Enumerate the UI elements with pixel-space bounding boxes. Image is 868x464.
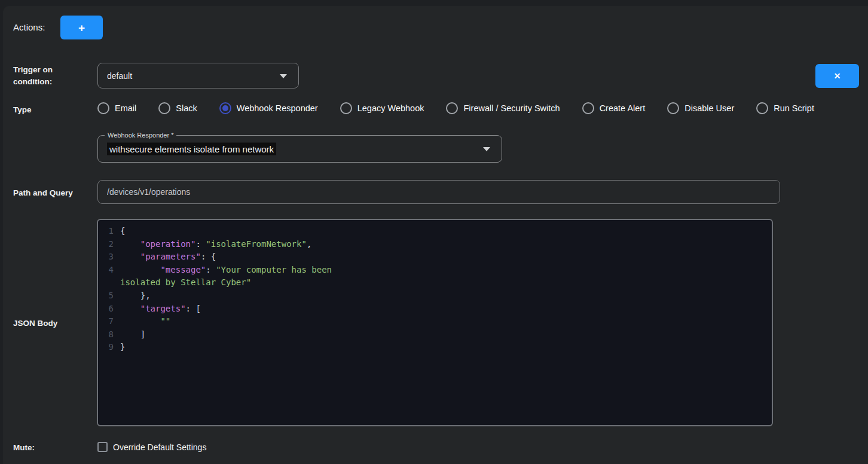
code-line: 7 "" xyxy=(105,315,766,328)
override-default-settings-option[interactable]: Override Default Settings xyxy=(97,442,206,452)
type-radio-group: EmailSlackWebhook ResponderLegacy Webhoo… xyxy=(97,102,814,114)
radio-option-slack[interactable]: Slack xyxy=(158,102,197,114)
radio-option-label: Run Script xyxy=(774,103,814,113)
plus-icon: + xyxy=(78,22,85,33)
line-number: 7 xyxy=(105,315,114,328)
mute-label: Mute: xyxy=(13,442,35,454)
webhook-responder-select[interactable]: Webhook Responder * withsecure elements … xyxy=(97,135,502,163)
code-line: 4 "message": "Your computer has been xyxy=(105,264,766,277)
radio-button-icon xyxy=(340,102,352,114)
json-body-label: JSON Body xyxy=(13,318,57,329)
code-line: 8 ] xyxy=(105,328,766,341)
type-label: Type xyxy=(13,104,32,116)
radio-option-run-script[interactable]: Run Script xyxy=(756,102,814,114)
json-code-lines: 1{2 "operation": "isolateFromNetwork",3 … xyxy=(105,225,766,354)
radio-option-legacy-webhook[interactable]: Legacy Webhook xyxy=(340,102,424,114)
line-number: 8 xyxy=(105,328,114,341)
radio-button-icon xyxy=(667,102,679,114)
line-number: 9 xyxy=(105,341,114,354)
code-text: }, xyxy=(120,289,151,303)
code-line: 9} xyxy=(105,341,766,354)
webhook-responder-value: withsecure elements isolate from network xyxy=(107,144,276,154)
code-text: "targets": [ xyxy=(120,303,201,316)
code-text: } xyxy=(120,341,125,354)
webhook-responder-field-label: Webhook Responder * xyxy=(105,131,176,139)
radio-button-icon xyxy=(446,102,458,114)
code-line: 2 "operation": "isolateFromNetwork", xyxy=(105,238,766,251)
add-action-button[interactable]: + xyxy=(60,16,103,39)
code-text: "parameters": { xyxy=(120,251,216,264)
line-number: 1 xyxy=(105,225,114,238)
chevron-down-icon xyxy=(483,147,490,151)
radio-option-label: Create Alert xyxy=(600,103,646,113)
radio-button-icon xyxy=(158,102,170,114)
actions-label: Actions: xyxy=(13,22,45,32)
code-text: isolated by Stellar Cyber" xyxy=(120,276,251,289)
code-text: { xyxy=(120,225,125,238)
line-number: 3 xyxy=(105,251,114,264)
trigger-condition-label: Trigger on condition: xyxy=(13,64,53,88)
radio-option-label: Slack xyxy=(176,103,197,113)
code-line: isolated by Stellar Cyber" xyxy=(105,276,766,289)
radio-button-icon xyxy=(582,102,594,114)
line-number: 6 xyxy=(105,303,114,316)
radio-option-disable-user[interactable]: Disable User xyxy=(667,102,734,114)
radio-option-label: Disable User xyxy=(684,103,734,113)
radio-button-icon xyxy=(219,102,231,114)
code-line: 5 }, xyxy=(105,289,766,303)
code-text: ] xyxy=(120,328,145,341)
code-text: "message": "Your computer has been xyxy=(120,264,332,277)
trigger-condition-select[interactable]: default xyxy=(97,63,299,88)
code-line: 3 "parameters": { xyxy=(105,251,766,264)
remove-action-button[interactable]: ✕ xyxy=(815,64,859,88)
chevron-down-icon xyxy=(280,74,287,78)
line-number: 2 xyxy=(105,238,114,251)
radio-option-label: Firewall / Security Switch xyxy=(463,103,560,113)
line-number xyxy=(105,276,114,289)
json-body-editor[interactable]: 1{2 "operation": "isolateFromNetwork",3 … xyxy=(97,219,773,426)
line-number: 5 xyxy=(105,289,114,303)
trigger-condition-value: default xyxy=(98,71,132,81)
code-text: "operation": "isolateFromNetwork", xyxy=(120,238,311,251)
close-icon: ✕ xyxy=(834,72,841,80)
code-line: 6 "targets": [ xyxy=(105,303,766,316)
code-line: 1{ xyxy=(105,225,766,238)
override-checkbox-label: Override Default Settings xyxy=(113,442,206,452)
radio-option-label: Legacy Webhook xyxy=(357,103,424,113)
radio-button-icon xyxy=(756,102,768,114)
line-number: 4 xyxy=(105,264,114,277)
radio-option-email[interactable]: Email xyxy=(97,102,136,114)
radio-option-create-alert[interactable]: Create Alert xyxy=(582,102,646,114)
path-and-query-label: Path and Query xyxy=(13,187,73,199)
override-checkbox[interactable] xyxy=(97,442,108,452)
radio-button-icon xyxy=(97,102,109,114)
radio-option-label: Webhook Responder xyxy=(237,103,318,113)
radio-option-webhook-responder[interactable]: Webhook Responder xyxy=(219,102,318,114)
radio-option-firewall-security-switch[interactable]: Firewall / Security Switch xyxy=(446,102,560,114)
path-and-query-input[interactable] xyxy=(97,180,780,204)
radio-option-label: Email xyxy=(115,103,136,113)
code-text: "" xyxy=(120,315,170,328)
